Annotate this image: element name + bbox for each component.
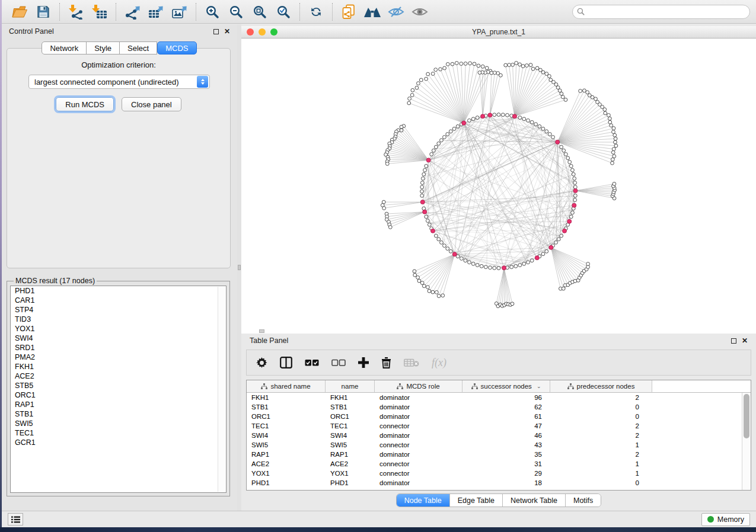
- zoom-out-icon[interactable]: [226, 2, 246, 21]
- graph-node[interactable]: [518, 116, 522, 120]
- cell-shared-name[interactable]: TEC1: [247, 421, 326, 431]
- cell-shared-name[interactable]: SWI5: [247, 440, 326, 450]
- graph-node[interactable]: [471, 262, 475, 265]
- graph-node[interactable]: [421, 177, 425, 180]
- table-scrollbar-thumb[interactable]: [744, 394, 749, 438]
- header-shared-name[interactable]: shared name: [247, 380, 326, 393]
- graph-leaf-node[interactable]: [596, 100, 599, 104]
- close-table-panel-icon[interactable]: ✕: [742, 337, 748, 344]
- graph-node[interactable]: [541, 127, 545, 130]
- graph-node[interactable]: [560, 145, 563, 149]
- mcds-result-item[interactable]: PMA2: [11, 352, 226, 362]
- graph-leaf-node[interactable]: [612, 130, 615, 134]
- graph-leaf-node[interactable]: [611, 158, 614, 161]
- splitter-handle[interactable]: [238, 265, 241, 270]
- graph-leaf-node[interactable]: [411, 88, 414, 92]
- graph-leaf-node[interactable]: [582, 89, 586, 92]
- graph-leaf-node[interactable]: [614, 137, 617, 140]
- graph-leaf-node[interactable]: [564, 98, 567, 101]
- graph-leaf-node[interactable]: [490, 71, 493, 75]
- graph-node[interactable]: [437, 142, 441, 145]
- cell-successor-nodes[interactable]: 96: [462, 393, 550, 402]
- graph-node[interactable]: [566, 156, 570, 160]
- graph-leaf-node[interactable]: [508, 63, 511, 67]
- mcds-result-item[interactable]: SWI4: [11, 334, 226, 343]
- hide-graphics-details-icon[interactable]: [386, 2, 406, 21]
- graph-hub-node[interactable]: [535, 256, 539, 260]
- cell-name[interactable]: RAP1: [326, 450, 375, 459]
- run-mcds-button[interactable]: Run MCDS: [56, 97, 114, 111]
- cell-name[interactable]: ORC1: [326, 412, 375, 421]
- search-input[interactable]: [588, 8, 745, 16]
- mcds-result-item[interactable]: GCR1: [11, 438, 226, 447]
- graph-leaf-node[interactable]: [426, 286, 430, 289]
- table-row[interactable]: FKH1FKH1dominator962: [247, 393, 742, 402]
- graph-leaf-node[interactable]: [594, 97, 598, 101]
- table-row[interactable]: STB1STB1dominator620: [247, 402, 742, 412]
- graph-hub-node[interactable]: [462, 121, 466, 125]
- graph-leaf-node[interactable]: [579, 89, 582, 93]
- graph-node[interactable]: [456, 124, 460, 128]
- cell-predecessor-nodes[interactable]: 1: [550, 459, 647, 469]
- search-network-binoculars-icon[interactable]: [362, 2, 382, 21]
- graph-node[interactable]: [545, 249, 548, 253]
- graph-node[interactable]: [514, 264, 518, 268]
- memory-button[interactable]: Memory: [701, 513, 750, 526]
- cell-name[interactable]: STB1: [326, 402, 375, 412]
- table-row[interactable]: PHD1PHD1dominator180: [247, 478, 742, 488]
- cell-predecessor-nodes[interactable]: 2: [550, 431, 647, 440]
- graph-node[interactable]: [420, 185, 424, 189]
- graph-leaf-node[interactable]: [434, 68, 438, 72]
- graph-hub-node[interactable]: [426, 158, 430, 162]
- zoom-fit-icon[interactable]: [250, 2, 270, 21]
- graph-leaf-node[interactable]: [562, 287, 565, 290]
- graph-node[interactable]: [425, 164, 428, 168]
- graph-leaf-node[interactable]: [455, 62, 458, 65]
- header-mcds-role[interactable]: MCDS role: [375, 380, 462, 393]
- mcds-list-scrollbar[interactable]: [218, 287, 225, 492]
- graph-node[interactable]: [446, 133, 449, 136]
- graph-node[interactable]: [551, 136, 555, 139]
- cell-mcds-role[interactable]: dominator: [375, 431, 462, 440]
- graph-node[interactable]: [568, 161, 572, 164]
- graph-leaf-node[interactable]: [478, 71, 481, 75]
- graph-node[interactable]: [426, 219, 429, 223]
- graph-node[interactable]: [476, 116, 479, 120]
- graph-leaf-node[interactable]: [428, 289, 431, 293]
- graph-leaf-node[interactable]: [614, 144, 618, 148]
- graph-node[interactable]: [497, 113, 500, 117]
- cell-predecessor-nodes[interactable]: 2: [550, 393, 647, 402]
- cell-mcds-role[interactable]: connector: [375, 421, 462, 431]
- graph-node[interactable]: [420, 190, 424, 193]
- graph-hub-node[interactable]: [420, 200, 425, 204]
- graph-leaf-node[interactable]: [416, 275, 420, 279]
- create-column-plus-icon[interactable]: [358, 357, 369, 368]
- graph-hub-node[interactable]: [423, 210, 427, 214]
- graph-leaf-node[interactable]: [535, 66, 539, 70]
- graph-leaf-node[interactable]: [382, 206, 386, 210]
- float-table-panel-icon[interactable]: [731, 338, 736, 344]
- cell-name[interactable]: YOX1: [326, 469, 375, 478]
- graph-node[interactable]: [573, 198, 577, 202]
- cell-shared-name[interactable]: STB1: [247, 402, 326, 412]
- mcds-result-item[interactable]: ORC1: [11, 390, 226, 400]
- cell-predecessor-nodes[interactable]: 2: [550, 421, 647, 431]
- graph-leaf-node[interactable]: [511, 302, 514, 306]
- graph-leaf-node[interactable]: [388, 226, 392, 229]
- graph-hub-node[interactable]: [488, 113, 492, 117]
- graph-node[interactable]: [530, 259, 534, 262]
- tab-network[interactable]: Network: [42, 41, 87, 55]
- graph-leaf-node[interactable]: [612, 148, 615, 151]
- graph-leaf-node[interactable]: [529, 63, 532, 67]
- export-network-icon[interactable]: [122, 2, 142, 21]
- graph-node[interactable]: [489, 266, 492, 270]
- graph-leaf-node[interactable]: [561, 95, 564, 99]
- graph-node[interactable]: [452, 127, 456, 130]
- export-image-icon[interactable]: [170, 2, 190, 21]
- graph-leaf-node[interactable]: [410, 94, 414, 97]
- graph-node[interactable]: [571, 168, 575, 172]
- graph-leaf-node[interactable]: [477, 64, 480, 68]
- tab-motifs[interactable]: Motifs: [566, 494, 601, 507]
- horizontal-splitter-handle[interactable]: [259, 329, 264, 333]
- mcds-result-item[interactable]: YOX1: [11, 324, 226, 334]
